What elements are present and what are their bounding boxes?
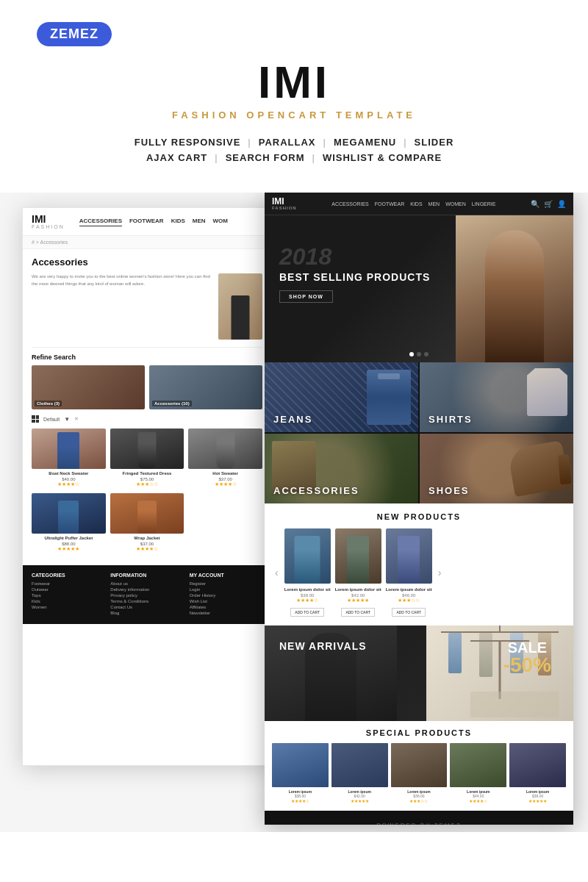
prev-arrow[interactable]: ‹	[272, 567, 282, 578]
dot-1[interactable]	[409, 352, 414, 356]
sr-special-products: SPECIAL PRODUCTS Lorem ipsum $38.00 ★★★★…	[265, 721, 573, 811]
sort-label[interactable]: Default	[43, 417, 60, 422]
grid-icon[interactable]	[32, 415, 39, 423]
sr-product-image-1	[284, 528, 331, 584]
next-arrow[interactable]: ›	[435, 567, 445, 578]
sr-bottom-strip: POWERED BY ZEMEZ	[265, 811, 573, 825]
footer-link-blog[interactable]: Blog	[110, 611, 183, 615]
sr-nav-icons: 🔍 🛒 👤	[531, 199, 566, 208]
sep-4: |	[215, 152, 218, 163]
sr-product-3[interactable]: Lorem ipsum dolor sit $46.00 ★★★☆☆ ADD T…	[386, 528, 432, 617]
product-card-5[interactable]: Wrap Jacket $37.00 ★★★★☆	[110, 493, 184, 552]
sort-icon[interactable]: ▼	[64, 416, 70, 423]
footer-link-about[interactable]: About us	[110, 581, 183, 586]
sl-controls: Default ▼ ✕	[32, 415, 262, 423]
product-stars-5: ★★★★☆	[110, 546, 184, 552]
cat-accessories[interactable]: ACCESSORIES	[265, 434, 418, 503]
footer-link-register[interactable]: Register	[190, 581, 262, 586]
sr-product-name-1: Lorem ipsum dolor sit	[284, 587, 331, 593]
hero-dots	[409, 352, 429, 356]
jeans-visual	[367, 370, 411, 425]
sale-percent: -50%	[503, 655, 551, 675]
footer-link-wishlist[interactable]: Wish List	[190, 599, 262, 603]
cat-shoes[interactable]: SHOES	[420, 434, 573, 503]
sr-nav-links: ACCESSORIES FOOTWEAR KIDS MEN WOMEN LING…	[331, 201, 495, 207]
sr-nav-women[interactable]: WOMEN	[445, 201, 466, 207]
hero-shop-btn[interactable]: SHOP NOW	[279, 290, 333, 303]
cart-icon[interactable]: 🛒	[544, 199, 553, 208]
sp-card-5[interactable]: Lorem ipsum $39.00 ★★★★★	[509, 743, 566, 803]
add-to-cart-1[interactable]: ADD TO CART	[290, 608, 324, 617]
hero-text: 2018 BEST SELLING PRODUCTS SHOP NOW	[279, 245, 430, 303]
footer-link-orders[interactable]: Order History	[190, 593, 262, 598]
sr-nav-kids[interactable]: KIDS	[410, 201, 422, 207]
zemez-logo[interactable]: ZEMEZ	[37, 22, 112, 46]
footer-link-newsletter[interactable]: Newsletter	[190, 611, 262, 615]
sp-card-4[interactable]: Lorem ipsum $44.00 ★★★★☆	[450, 743, 506, 803]
sr-nav-foot[interactable]: FOOTWEAR	[375, 201, 404, 207]
footer-col-categories: CATEGORIES Footwear Outwear Tops Kids Wo…	[32, 573, 104, 617]
sl-refine-title: Refine Search	[32, 347, 262, 361]
sl-nav-women[interactable]: WOM	[213, 218, 228, 226]
product-card-4[interactable]: Ultralight Puffer Jacket $88.00 ★★★★★	[32, 493, 106, 552]
dot-2[interactable]	[417, 352, 421, 356]
footer-link-privacy[interactable]: Privacy policy	[110, 593, 183, 598]
dot-3[interactable]	[424, 352, 429, 356]
sl-page-title: Accessories	[32, 257, 262, 268]
product-stars-1: ★★★★☆	[32, 481, 106, 487]
footer-link-outwear[interactable]: Outwear	[32, 587, 104, 592]
sl-category-grid: Clothes (3) Accessories (10)	[32, 365, 262, 409]
add-to-cart-2[interactable]: ADD TO CART	[341, 608, 375, 617]
footer-link-contact[interactable]: Contact Us	[110, 605, 183, 609]
sr-hero: 2018 BEST SELLING PRODUCTS SHOP NOW	[265, 215, 573, 362]
sr-product-2[interactable]: Lorem ipsum dolor sit $42.00 ★★★★★ ADD T…	[335, 528, 381, 617]
special-grid: Lorem ipsum $38.00 ★★★★☆ Lorem ipsum $42…	[272, 743, 566, 803]
footer-link-women[interactable]: Women	[32, 605, 104, 609]
product-card-1[interactable]: Boat Neck Sweater $40.00 ★★★★☆	[32, 429, 106, 487]
product-stars-4: ★★★★★	[32, 546, 106, 552]
sp-card-2[interactable]: Lorem ipsum $42.00 ★★★★★	[331, 743, 388, 803]
sl-nav-men[interactable]: MEN	[193, 218, 206, 226]
sr-product-1[interactable]: Lorem ipsum dolor sit $38.00 ★★★★☆ ADD T…	[284, 528, 331, 617]
search-icon[interactable]: 🔍	[531, 199, 539, 208]
cat-shirts[interactable]: SHIRTS	[420, 362, 573, 432]
sr-nav-lingerie[interactable]: LINGERIE	[472, 201, 496, 207]
sl-nav-kids[interactable]: KIDS	[171, 218, 185, 226]
footer-link-delivery[interactable]: Delivery information	[110, 587, 183, 592]
sl-nav-accessories[interactable]: ACCESSORIES	[79, 218, 122, 226]
sr-new-products: NEW PRODUCTS ‹ Lorem ipsum dolor sit $38…	[265, 503, 573, 625]
product-row-wrapper: ‹ Lorem ipsum dolor sit $38.00 ★★★★☆ ADD…	[272, 528, 566, 617]
add-to-cart-3[interactable]: ADD TO CART	[392, 608, 426, 617]
screenshot-right: IMI FASHION ACCESSORIES FOOTWEAR KIDS ME…	[265, 193, 573, 825]
clothes-rack	[426, 625, 573, 721]
product-image-5	[110, 493, 184, 534]
shoes-visual	[507, 440, 570, 497]
product-stars-2: ★★★☆☆	[110, 481, 184, 487]
sl-cat-clothes[interactable]: Clothes (3)	[32, 365, 145, 409]
cat-jeans[interactable]: JEANS	[265, 362, 418, 432]
footer-link-affiliates[interactable]: Affiliates	[190, 605, 262, 609]
sr-nav: IMI FASHION ACCESSORIES FOOTWEAR KIDS ME…	[265, 193, 573, 215]
sp-card-1[interactable]: Lorem ipsum $38.00 ★★★★☆	[272, 743, 329, 803]
footer-link-terms[interactable]: Terms & Conditions	[110, 599, 183, 603]
sl-nav-footwear[interactable]: FOOTWEAR	[129, 218, 164, 226]
user-icon[interactable]: 👤	[557, 199, 566, 208]
footer-link-login[interactable]: Login	[190, 587, 262, 592]
product-card-2[interactable]: Fringed Textured Dress $75.00 ★★★☆☆	[110, 429, 184, 487]
footer-link-tops[interactable]: Tops	[32, 593, 104, 598]
sl-cat-accessories[interactable]: Accessories (10)	[149, 365, 262, 409]
sr-logo: IMI FASHION	[272, 197, 297, 210]
sale-badge: SALE -50%	[503, 640, 551, 675]
sr-nav-men[interactable]: MEN	[429, 201, 440, 207]
feature-responsive: FULLY RESPONSIVE	[135, 137, 241, 148]
sp-stars-4: ★★★★☆	[450, 798, 506, 803]
feature-megamenu: MEGAMENU	[334, 137, 396, 148]
footer-link-kids[interactable]: Kids	[32, 599, 104, 603]
product-card-3[interactable]: Hot Sweater $37.00 ★★★★☆	[188, 429, 262, 487]
sr-nav-acc[interactable]: ACCESSORIES	[331, 201, 369, 207]
features-row-1: FULLY RESPONSIVE | PARALLAX | MEGAMENU |…	[135, 137, 454, 148]
sp-card-3[interactable]: Lorem ipsum $36.00 ★★★☆☆	[391, 743, 448, 803]
sr-product-stars-2: ★★★★★	[335, 598, 381, 603]
product-stars-3: ★★★★☆	[188, 481, 262, 487]
footer-link-footwear[interactable]: Footwear	[32, 581, 104, 586]
